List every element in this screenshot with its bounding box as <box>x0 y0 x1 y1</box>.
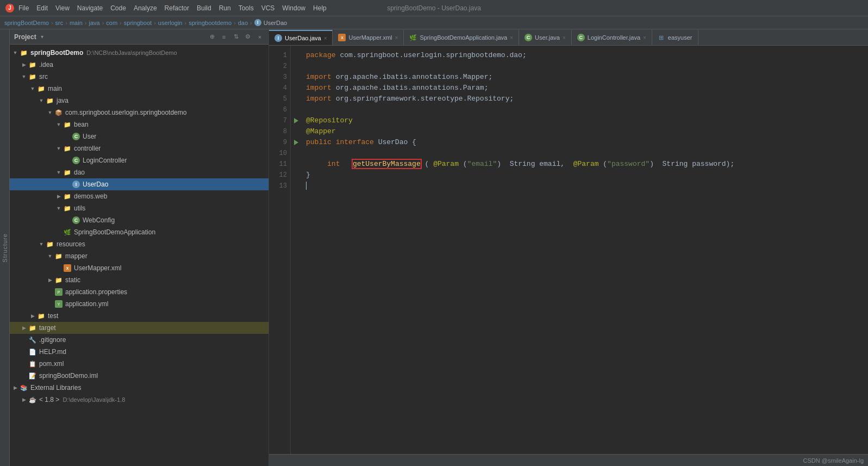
breadcrumb-springboot[interactable]: springboot <box>124 20 152 26</box>
tree-src[interactable]: ▼ 📁 src <box>10 71 268 83</box>
tree-resources[interactable]: ▼ 📁 resources <box>10 238 268 250</box>
structure-panel[interactable]: Structure <box>0 29 10 466</box>
menu-analyze[interactable]: Analyze <box>134 4 157 12</box>
folder-icon: 📁 <box>63 168 72 177</box>
tree-pomxml[interactable]: 📋 pom.xml <box>10 358 268 370</box>
tree-main[interactable]: ▼ 📁 main <box>10 83 268 95</box>
libs-icon: 📚 <box>20 383 28 392</box>
tab-bar[interactable]: I UserDao.java × X UserMapper.xml × 🌿 Sp… <box>269 29 868 46</box>
tab-springbootapp[interactable]: 🌿 SpringBootDemoApplication.java × <box>404 30 519 45</box>
breadcrumb-main[interactable]: main <box>70 20 83 26</box>
tree-label-test: test <box>48 312 58 320</box>
tree-usermapper-xml[interactable]: X UserMapper.xml <box>10 262 268 274</box>
tab-close-logincontroller[interactable]: × <box>643 35 646 41</box>
menu-navigate[interactable]: Navigate <box>77 4 103 12</box>
breadcrumb-userlogin[interactable]: userlogin <box>158 20 183 26</box>
menu-build[interactable]: Build <box>197 4 211 12</box>
tree-springbootapp[interactable]: 🌿 SpringBootDemoApplication <box>10 226 268 238</box>
tree-bean[interactable]: ▼ 📁 bean <box>10 119 268 131</box>
tree-app-yml[interactable]: Y application.yml <box>10 298 268 310</box>
tree-gitignore[interactable]: 🔧 .gitignore <box>10 334 268 346</box>
folder-icon: 📁 <box>28 72 37 81</box>
tree-dao[interactable]: ▼ 📁 dao <box>10 166 268 178</box>
collapse-all-btn[interactable]: ≡ <box>220 33 228 41</box>
watermark: CSDN @smileAgain-lg <box>803 457 864 464</box>
tree-label-helpmd: HELP.md <box>39 348 66 356</box>
tab-close-userdao[interactable]: × <box>324 35 327 41</box>
breadcrumb-java[interactable]: java <box>89 20 99 26</box>
tree-label-jdk: < 1.8 > <box>39 396 59 403</box>
sidebar-toolbar: ⊕ ≡ ⇅ ⚙ × <box>208 33 264 41</box>
line-numbers: 1 2 3 4 5 6 7 8 9 10 11 12 13 <box>269 46 291 454</box>
tab-easyuser[interactable]: ⊞ easyuser <box>652 30 698 45</box>
tree-external-libs[interactable]: ▶ 📚 External Libraries <box>10 382 268 394</box>
tree-controller[interactable]: ▼ 📁 controller <box>10 142 268 154</box>
tree-logincontroller[interactable]: C LoginController <box>10 154 268 166</box>
settings-btn[interactable]: ⚙ <box>243 33 252 41</box>
project-dropdown[interactable]: ▾ <box>41 34 43 40</box>
tab-user[interactable]: C User.java × <box>519 30 572 45</box>
tab-icon-logincontroller: C <box>577 34 585 41</box>
breadcrumb-src[interactable]: src <box>55 20 64 26</box>
breadcrumb-dao[interactable]: dao <box>238 20 248 26</box>
menu-window[interactable]: Window <box>282 4 305 12</box>
tree-iml[interactable]: 📝 springBootDemo.iml <box>10 370 268 382</box>
tab-close-springbootapp[interactable]: × <box>510 35 513 41</box>
tree-jdk[interactable]: ▶ ☕ < 1.8 > D:\develop\Java\jdk-1.8 <box>10 394 268 406</box>
code-editor[interactable]: 1 2 3 4 5 6 7 8 9 10 11 12 13 <box>269 46 868 454</box>
scroll-btn[interactable]: ⇅ <box>232 33 240 41</box>
tab-usermapper[interactable]: X UserMapper.xml × <box>333 30 404 45</box>
tree-label-app-properties: application.properties <box>65 288 127 296</box>
tree-app-properties[interactable]: P application.properties <box>10 286 268 298</box>
class-icon: C <box>72 156 80 165</box>
tree-helpmd[interactable]: 📄 HELP.md <box>10 346 268 358</box>
tree-utils[interactable]: ▼ 📁 utils <box>10 202 268 214</box>
tree-idea[interactable]: ▶ 📁 .idea <box>10 59 268 71</box>
tab-label-usermapper: UserMapper.xml <box>348 34 392 41</box>
menu-bar[interactable]: File Edit View Navigate Code Analyze Ref… <box>18 4 327 12</box>
tree-label-resources: resources <box>57 240 85 248</box>
tab-userdao[interactable]: I UserDao.java × <box>269 30 333 45</box>
breadcrumb-userdao[interactable]: UserDao <box>264 20 287 26</box>
tree-userdao[interactable]: I UserDao <box>10 178 268 190</box>
locate-file-btn[interactable]: ⊕ <box>208 33 216 41</box>
tree-test[interactable]: ▶ 📁 test <box>10 310 268 322</box>
tab-logincontroller[interactable]: C LoginController.java × <box>572 30 652 45</box>
menu-vcs[interactable]: VCS <box>261 4 275 12</box>
menu-file[interactable]: File <box>18 4 29 12</box>
project-tree[interactable]: ▼ 📁 springBootDemo D:\NCB\ncbJava\spring… <box>10 45 268 466</box>
run-arrow-7 <box>294 118 298 123</box>
tree-mapper[interactable]: ▼ 📁 mapper <box>10 250 268 262</box>
menu-tools[interactable]: Tools <box>239 4 254 12</box>
menu-run[interactable]: Run <box>219 4 231 12</box>
userdao-icon: I <box>254 19 261 26</box>
tab-close-usermapper[interactable]: × <box>395 35 398 41</box>
code-line-1: package com.springboot.userlogin.springb… <box>306 50 868 61</box>
code-content[interactable]: package com.springboot.userlogin.springb… <box>302 46 868 454</box>
menu-view[interactable]: View <box>55 4 70 12</box>
folder-icon: 📁 <box>37 84 46 93</box>
tree-java[interactable]: ▼ 📁 java <box>10 95 268 107</box>
breadcrumb-com[interactable]: com <box>106 20 117 26</box>
tree-label-bean: bean <box>74 121 89 128</box>
tree-user-class[interactable]: C User <box>10 131 268 142</box>
tab-icon-springbootapp: 🌿 <box>409 34 417 41</box>
menu-help[interactable]: Help <box>313 4 327 12</box>
tab-close-user[interactable]: × <box>563 35 566 41</box>
breadcrumb-springbootdemo2[interactable]: springbootdemo <box>189 20 232 26</box>
tree-static[interactable]: ▶ 📁 static <box>10 274 268 286</box>
menu-edit[interactable]: Edit <box>36 4 48 12</box>
folder-icon: 📁 <box>63 144 72 153</box>
tree-target[interactable]: ▶ 📁 target <box>10 322 268 334</box>
close-sidebar-btn[interactable]: × <box>255 33 264 41</box>
tree-root[interactable]: ▼ 📁 springBootDemo D:\NCB\ncbJava\spring… <box>10 47 268 59</box>
tab-label-easyuser: easyuser <box>668 34 692 41</box>
tree-demos-web[interactable]: ▶ 📁 demos.web <box>10 190 268 202</box>
tree-label-mapper: mapper <box>65 252 88 260</box>
tree-package[interactable]: ▼ 📦 com.springboot.userlogin.springbootd… <box>10 107 268 119</box>
tree-webconfig[interactable]: C WebConfig <box>10 214 268 226</box>
menu-code[interactable]: Code <box>110 4 126 12</box>
menu-refactor[interactable]: Refactor <box>165 4 189 12</box>
breadcrumb-springbootdemo[interactable]: springBootDemo <box>4 20 49 26</box>
folder-icon: 📁 <box>28 60 37 69</box>
